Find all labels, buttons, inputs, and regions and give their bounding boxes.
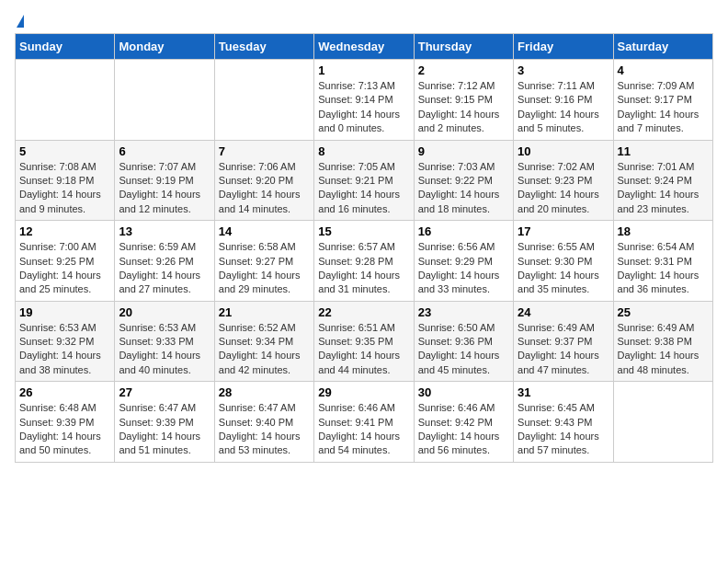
day-info: Sunrise: 6:49 AMSunset: 9:38 PMDaylight:…	[618, 321, 709, 378]
day-info-line: Sunrise: 6:58 AM	[219, 241, 296, 252]
calendar-cell: 15Sunrise: 6:57 AMSunset: 9:28 PMDayligh…	[314, 221, 414, 302]
col-saturday: Saturday	[613, 34, 712, 60]
calendar-cell: 14Sunrise: 6:58 AMSunset: 9:27 PMDayligh…	[214, 221, 313, 302]
day-info-line: Sunset: 9:19 PM	[119, 175, 193, 186]
calendar-cell: 12Sunrise: 7:00 AMSunset: 9:25 PMDayligh…	[16, 221, 115, 302]
day-info-line: Daylight: 14 hours	[518, 350, 599, 361]
day-info: Sunrise: 6:57 AMSunset: 9:28 PMDaylight:…	[318, 240, 409, 297]
day-info: Sunrise: 6:47 AMSunset: 9:39 PMDaylight:…	[119, 401, 210, 458]
day-info-line: Daylight: 14 hours	[119, 431, 200, 442]
calendar-cell: 17Sunrise: 6:55 AMSunset: 9:30 PMDayligh…	[514, 221, 613, 302]
day-info-line: Sunrise: 6:56 AM	[418, 241, 495, 252]
day-info-line: Sunrise: 6:55 AM	[518, 241, 595, 252]
day-info-line: Sunset: 9:37 PM	[518, 336, 592, 347]
day-info-line: Sunset: 9:35 PM	[318, 336, 392, 347]
day-info: Sunrise: 7:00 AMSunset: 9:25 PMDaylight:…	[19, 240, 110, 297]
calendar-cell: 27Sunrise: 6:47 AMSunset: 9:39 PMDayligh…	[115, 382, 214, 463]
day-number: 16	[418, 224, 509, 238]
day-info: Sunrise: 7:05 AMSunset: 9:21 PMDaylight:…	[318, 160, 409, 217]
day-info-line: and 2 minutes.	[418, 122, 484, 133]
day-info-line: Sunset: 9:15 PM	[418, 94, 493, 105]
day-info-line: Sunset: 9:40 PM	[219, 417, 293, 428]
calendar-cell: 6Sunrise: 7:07 AMSunset: 9:19 PMDaylight…	[115, 140, 214, 221]
day-info-line: Daylight: 14 hours	[19, 270, 101, 281]
calendar-cell: 9Sunrise: 7:03 AMSunset: 9:22 PMDaylight…	[414, 140, 513, 221]
day-info-line: Sunrise: 6:50 AM	[418, 322, 495, 333]
day-info: Sunrise: 6:49 AMSunset: 9:37 PMDaylight:…	[518, 321, 609, 378]
calendar-cell: 19Sunrise: 6:53 AMSunset: 9:32 PMDayligh…	[16, 301, 115, 382]
logo-triangle-icon	[17, 15, 24, 28]
calendar-cell	[16, 60, 115, 141]
day-info-line: Sunrise: 6:45 AM	[518, 402, 595, 413]
day-info-line: Sunset: 9:23 PM	[518, 175, 592, 186]
day-info: Sunrise: 7:11 AMSunset: 9:16 PMDaylight:…	[518, 79, 609, 136]
day-info-line: Sunset: 9:26 PM	[119, 256, 193, 267]
day-info-line: Sunrise: 6:48 AM	[19, 402, 97, 413]
day-info-line: Daylight: 14 hours	[318, 189, 400, 200]
day-info-line: and 29 minutes.	[219, 283, 290, 294]
calendar-cell: 2Sunrise: 7:12 AMSunset: 9:15 PMDaylight…	[414, 60, 513, 141]
calendar-week-row: 19Sunrise: 6:53 AMSunset: 9:32 PMDayligh…	[16, 301, 713, 382]
day-info-line: and 7 minutes.	[618, 122, 684, 133]
day-info-line: Sunset: 9:21 PM	[318, 175, 392, 186]
calendar-cell: 3Sunrise: 7:11 AMSunset: 9:16 PMDaylight…	[514, 60, 613, 141]
day-info-line: Daylight: 14 hours	[219, 431, 301, 442]
day-number: 28	[219, 385, 310, 399]
day-info-line: Sunrise: 6:47 AM	[219, 402, 296, 413]
col-tuesday: Tuesday	[214, 34, 313, 60]
day-info-line: and 14 minutes.	[219, 203, 290, 214]
day-number: 4	[618, 63, 709, 77]
day-info-line: and 40 minutes.	[119, 364, 190, 375]
day-info-line: Sunrise: 6:53 AM	[119, 322, 196, 333]
day-info-line: Daylight: 14 hours	[418, 431, 500, 442]
day-info-line: and 9 minutes.	[19, 203, 85, 214]
day-info-line: Sunset: 9:34 PM	[219, 336, 293, 347]
day-info-line: and 50 minutes.	[19, 444, 91, 455]
day-info-line: and 5 minutes.	[518, 122, 584, 133]
day-info-line: Sunrise: 6:46 AM	[318, 402, 395, 413]
calendar-cell: 21Sunrise: 6:52 AMSunset: 9:34 PMDayligh…	[214, 301, 313, 382]
day-info-line: Sunset: 9:14 PM	[318, 94, 392, 105]
day-info-line: Daylight: 14 hours	[618, 270, 700, 281]
col-thursday: Thursday	[414, 34, 513, 60]
day-info-line: Daylight: 14 hours	[119, 189, 200, 200]
day-info-line: Sunset: 9:39 PM	[19, 417, 94, 428]
day-number: 3	[518, 63, 609, 77]
day-info-line: Sunset: 9:38 PM	[618, 336, 692, 347]
day-info-line: Sunset: 9:18 PM	[19, 175, 94, 186]
day-info-line: and 35 minutes.	[518, 283, 589, 294]
day-info-line: Daylight: 14 hours	[219, 350, 301, 361]
day-number: 6	[119, 144, 210, 158]
day-info: Sunrise: 6:53 AMSunset: 9:32 PMDaylight:…	[19, 321, 110, 378]
day-info: Sunrise: 6:47 AMSunset: 9:40 PMDaylight:…	[219, 401, 310, 458]
day-number: 8	[318, 144, 409, 158]
day-info-line: Sunrise: 6:46 AM	[418, 402, 495, 413]
day-info: Sunrise: 6:55 AMSunset: 9:30 PMDaylight:…	[518, 240, 609, 297]
day-number: 12	[19, 224, 110, 238]
day-info-line: Sunrise: 6:51 AM	[318, 322, 395, 333]
day-info-line: and 54 minutes.	[318, 444, 390, 455]
day-info-line: Daylight: 14 hours	[618, 109, 700, 120]
day-info: Sunrise: 6:45 AMSunset: 9:43 PMDaylight:…	[518, 401, 609, 458]
day-info: Sunrise: 6:51 AMSunset: 9:35 PMDaylight:…	[318, 321, 409, 378]
calendar-cell: 31Sunrise: 6:45 AMSunset: 9:43 PMDayligh…	[514, 382, 613, 463]
day-info-line: Sunrise: 7:12 AM	[418, 80, 495, 91]
day-info-line: Sunset: 9:22 PM	[418, 175, 493, 186]
day-info-line: Sunset: 9:39 PM	[119, 417, 193, 428]
day-info-line: Daylight: 14 hours	[19, 350, 101, 361]
day-info-line: and 16 minutes.	[318, 203, 390, 214]
day-number: 29	[318, 385, 409, 399]
day-info-line: Sunset: 9:27 PM	[219, 256, 293, 267]
day-info-line: and 33 minutes.	[418, 283, 490, 294]
page-header	[15, 15, 713, 28]
day-info-line: and 36 minutes.	[618, 283, 689, 294]
day-number: 23	[418, 305, 509, 319]
day-info-line: Sunset: 9:36 PM	[418, 336, 493, 347]
day-info-line: Sunrise: 7:03 AM	[418, 161, 495, 172]
day-info-line: Sunrise: 7:11 AM	[518, 80, 595, 91]
calendar-cell: 24Sunrise: 6:49 AMSunset: 9:37 PMDayligh…	[514, 301, 613, 382]
day-info-line: Sunset: 9:25 PM	[19, 256, 94, 267]
day-number: 17	[518, 224, 609, 238]
day-info-line: Sunset: 9:33 PM	[119, 336, 193, 347]
day-info-line: Daylight: 14 hours	[19, 431, 101, 442]
